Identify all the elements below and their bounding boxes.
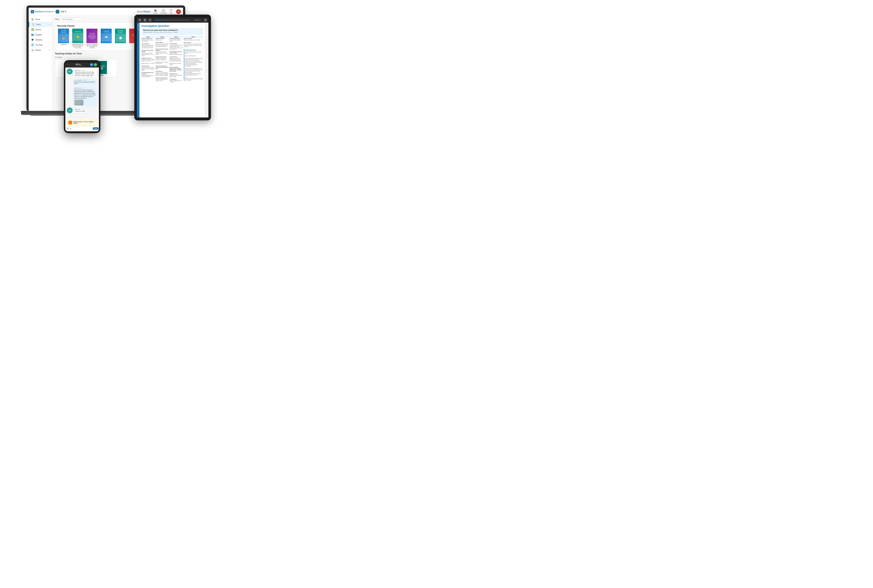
nav-messages[interactable]: 💬 Messages: [160, 9, 167, 14]
assess-chevron-icon: ▾: [49, 29, 50, 30]
book-card-containers[interactable]: The Creative Curriculum® Containers 🧺 Co…: [57, 28, 70, 48]
chat-row-4: BA Beth Akers 2:15 PM Thanks for sharing…: [67, 107, 98, 113]
phone-message-input[interactable]: [72, 127, 92, 130]
book-label-volume3: Volume 3: Objectives for Development & L…: [86, 44, 98, 48]
book-label-containers: Containers: [60, 44, 67, 45]
sidebar-item-teach[interactable]: 📋 Teach ▾: [29, 22, 52, 27]
tablet-progress-fill: [155, 20, 166, 20]
book-label-learninggames: LearningGames® for Infants, Toddlers & T…: [72, 44, 84, 48]
vocab-line: Vocabulary-English: off, lid, open, clos…: [143, 32, 201, 33]
phone-chat: BA Beth Akers 5:09 PM After lunch, Alici…: [65, 68, 99, 118]
phone-screen: ✕ alicia j. GREENROOM BA TJ BA Beth Aker…: [65, 62, 99, 131]
tablet-grid-icon[interactable]: ▦: [143, 19, 146, 21]
book-card-learninggames[interactable]: Building Trust 👶 LearningGames® for Infa…: [72, 28, 84, 48]
tablet-page-info: 24-25 / 73: [194, 20, 201, 21]
learninggames-image: 👶: [73, 33, 83, 41]
cc1-image: 📖: [101, 33, 111, 41]
report-icon: 📊: [31, 49, 34, 51]
filter-label: Filter:: [55, 18, 60, 20]
family-resources-text: Sharing thoughts about the Value of the …: [185, 51, 203, 54]
tablet-screen: ☰ ▦ 🔖 24-25 / 73 🔍 AT A GLANCE Investiga…: [137, 18, 208, 117]
phone-frame: ✕ alicia j. GREENROOM BA TJ BA Beth Aker…: [64, 60, 101, 133]
avatar-tj: TJ: [94, 63, 97, 66]
nav-help[interactable]: ❓ Help: [170, 9, 173, 14]
nav-library[interactable]: 📚 Library: [153, 9, 158, 14]
tablet-frame: ☰ ▦ 🔖 24-25 / 73 🔍 AT A GLANCE Investiga…: [134, 15, 211, 120]
hub-icon: 🌐: [31, 44, 34, 46]
phone-close-icon[interactable]: ✕: [67, 64, 68, 66]
header-avatar: A: [176, 9, 181, 14]
mm-text: Mighty Minutes · For Twos: Rhythm Ruckus: [74, 121, 96, 124]
sidebar: 🏠 Home 📋 Teach ▾ ✅ Assess ▾ 👥: [29, 16, 53, 111]
smartteach-logo: SmartTeach: [137, 10, 150, 13]
book-card-volume3[interactable]: The Creative Curriculum® Objectives for …: [86, 28, 98, 48]
chat-row-1: BA Beth Akers 5:09 PM After lunch, Alici…: [67, 69, 98, 78]
workspace-label[interactable]: IT2 ▾: [61, 10, 66, 13]
tablet-right-nav[interactable]: ›: [205, 22, 208, 117]
chat-sender-4: Beth Akers 2:15 PM: [75, 108, 85, 110]
tablet-progress-bar: [155, 20, 190, 20]
chat-message-1: Beth Akers 5:09 PM After lunch, Alicia w…: [74, 69, 98, 78]
filter-input[interactable]: [61, 18, 83, 21]
library-icon: 📚: [154, 9, 157, 12]
phone-header: ✕ alicia j. GREENROOM BA TJ: [65, 62, 99, 68]
logo-strategies: Strategies®: [44, 10, 54, 13]
day-column-3: Day 3 Drawing and Scribbling Materials: …: [170, 36, 183, 82]
chat-message-3: Tara Jacobson Alicia spent 15 minutes do…: [73, 87, 98, 106]
mm-title: Mighty Minutes · For Twos: Rhythm Ruckus: [74, 121, 96, 124]
day-3-content: Drawing and Scribbling Materials: Mighty…: [170, 38, 183, 82]
header-nav: 📚 Library 💬 Messages ❓ Help A: [153, 9, 181, 14]
report-chevron-icon: ▾: [49, 49, 50, 51]
collapse-button[interactable]: ‹: [56, 10, 60, 14]
family-resources-title: Family Resources: [185, 49, 203, 51]
avatar-ba: BA: [90, 63, 93, 66]
day-4-header: Day 4: [183, 36, 203, 38]
messages-icon: 💬: [162, 9, 165, 12]
chat-sender-3: Tara Jacobson: [74, 87, 96, 89]
help-icon: ❓: [170, 9, 173, 12]
book-cover-cc1: The Creative Curriculum® 📖: [101, 28, 112, 43]
chat-message-4: Beth Akers 2:15 PM Thanks for sharing!: [74, 107, 87, 113]
sidebar-item-home[interactable]: 🏠 Home: [29, 17, 52, 22]
sidebar-item-assess[interactable]: ✅ Assess ▾: [29, 27, 52, 32]
phone-bottom-card: ⏱ Mighty Minutes · For Twos: Rhythm Ruck…: [65, 118, 99, 131]
sidebar-item-hub[interactable]: 🌐 The Hub: [29, 42, 52, 47]
home-icon: 🏠: [31, 18, 34, 21]
day-columns-container: Day 1 Stopping and Play Time Materials: …: [141, 36, 203, 82]
day-1-header: Day 1: [141, 36, 155, 38]
photo-icon[interactable]: 🖼: [67, 128, 69, 129]
sidebar-item-engage[interactable]: 👥 Engage: [29, 32, 52, 37]
chat-sender-1: Beth Akers 5:09 PM: [75, 70, 96, 71]
tablet-device: ☰ ▦ 🔖 24-25 / 73 🔍 AT A GLANCE Investiga…: [134, 15, 211, 120]
sidebar-item-develop[interactable]: 🎓 Develop: [29, 37, 52, 42]
book-card-cc1[interactable]: The Creative Curriculum® 📖: [100, 28, 113, 48]
tablet-menu-icon[interactable]: ☰: [138, 19, 141, 21]
book-cover-containers: The Creative Curriculum® Containers 🧺: [58, 28, 69, 43]
day-column-1: Day 1 Stopping and Play Time Materials: …: [141, 36, 155, 82]
phone-send-button[interactable]: Send: [93, 127, 99, 130]
logo-teaching: Teaching: [35, 10, 43, 13]
mighty-minutes-card[interactable]: ⏱ Mighty Minutes · For Twos: Rhythm Ruck…: [67, 120, 98, 126]
at-glance-label: AT A GLANCE: [138, 24, 139, 31]
tablet-header: ☰ ▦ 🔖 24-25 / 73 🔍: [137, 18, 208, 22]
containers-image: 🧺: [59, 34, 69, 42]
book-card-cc2[interactable]: The Creative Curriculum® Routines 🕐: [114, 28, 127, 48]
cc2-image: 🕐: [116, 34, 126, 42]
family-resources: Family Resources Sharing thoughts about …: [184, 49, 203, 81]
engage-icon: 👥: [31, 33, 34, 36]
day-column-2: Day 2 Eating and Mealtimes Materials: no…: [156, 36, 169, 82]
sender-avatar-ba2: BA: [67, 107, 73, 113]
tablet-search-icon[interactable]: 🔍: [204, 19, 207, 21]
day-column-4: Day 4 Hello and Goodbye Materials: Might…: [183, 36, 203, 82]
chat-sender-2: Tara Jacobson 5:58 PM: [74, 80, 96, 81]
phone-contact-info: alicia j. GREENROOM: [75, 63, 83, 66]
attachment-icon[interactable]: 📎: [69, 128, 72, 129]
phone-contact-name: alicia j.: [75, 63, 83, 65]
phone-avatars: BA TJ: [90, 63, 97, 66]
book-cover-cc2: The Creative Curriculum® Routines 🕐: [115, 28, 126, 43]
tablet-bookmark-icon[interactable]: 🔖: [149, 19, 152, 21]
phone-input-icons: 🖼 📎: [67, 128, 72, 129]
assess-icon: ✅: [31, 28, 34, 31]
sidebar-item-report[interactable]: 📊 Report ▾: [29, 47, 52, 52]
phone-contact-sub: GREENROOM: [75, 65, 83, 66]
